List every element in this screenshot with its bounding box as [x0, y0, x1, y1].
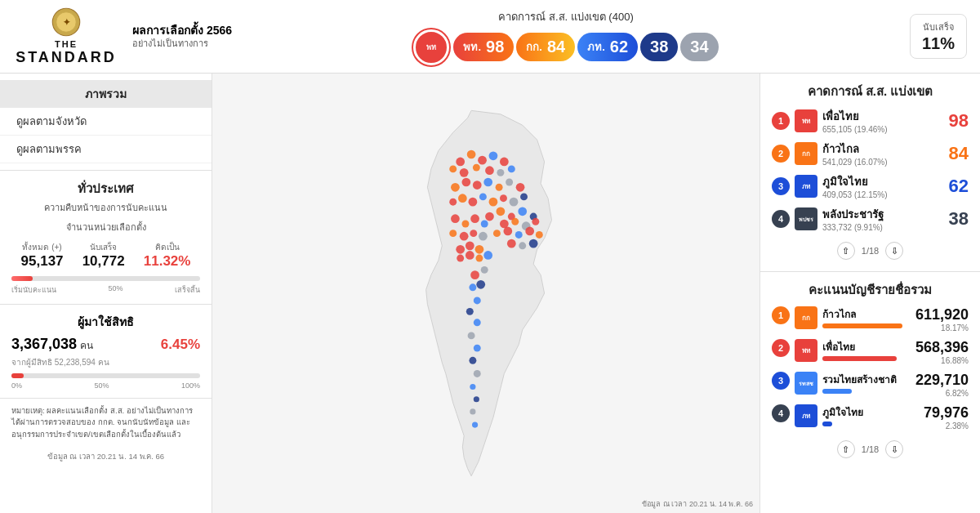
svg-point-56	[475, 245, 484, 254]
rank-row-4: 4 พปชร พลังประชารัฐ 333,732 (9.91%) 38	[772, 206, 969, 232]
prev-page-btn-1[interactable]: ⇧	[837, 242, 855, 260]
voter-0: 0%	[11, 381, 22, 390]
score-pct-1: 18.17%	[911, 323, 969, 332]
score-votes-1: 611,920	[911, 306, 969, 323]
voter-progress-bar	[11, 373, 200, 378]
pheuthai-pill: พท. 98	[453, 33, 514, 61]
score-bar-2	[822, 356, 897, 361]
other-pill: 34	[680, 33, 718, 61]
sidebar-by-province[interactable]: ดูผลตามจังหวัด	[0, 108, 212, 136]
svg-point-62	[481, 266, 488, 274]
svg-point-37	[532, 218, 539, 225]
svg-point-53	[479, 232, 488, 241]
svg-point-13	[497, 169, 504, 176]
rank-num-3: 3	[772, 177, 790, 195]
svg-point-6	[489, 151, 498, 160]
national-subtitle: ความคืบหน้าของการนับคะแนน	[11, 200, 200, 215]
right-panel: คาดการณ์ ส.ส. แบ่งเขต 1 พท เพื่อไทย 655,…	[760, 74, 980, 513]
progress-bar	[11, 276, 200, 281]
svg-point-28	[520, 193, 528, 200]
national-title: ทั่วประเทศ	[11, 179, 200, 199]
svg-point-40	[515, 231, 523, 239]
svg-point-46	[451, 214, 460, 223]
svg-point-72	[470, 384, 475, 390]
page-text-1: 1/18	[862, 246, 879, 256]
total-units-label: ทั้งหมด (+)	[21, 241, 64, 253]
score-info-4: ภูมิใจไทย	[822, 404, 906, 426]
logo-area: ✦ THE STANDARD	[13, 7, 119, 66]
sidebar-by-party[interactable]: ดูผลตามพรรค	[0, 136, 212, 163]
party-info-4: พลังประชารัฐ 333,732 (9.91%)	[822, 206, 944, 232]
svg-point-73	[474, 396, 479, 402]
score-pct-2: 16.88%	[911, 356, 969, 365]
next-page-btn-1[interactable]: ⇩	[885, 242, 903, 260]
map-timestamp: ข้อมูล ณ เวลา 20.21 น. 14 พ.ค. 66	[642, 497, 753, 510]
progress-fill	[11, 276, 33, 281]
svg-point-14	[451, 183, 460, 192]
svg-point-5	[478, 156, 487, 165]
pheuthai-seats: 98	[486, 38, 504, 56]
svg-point-65	[474, 297, 481, 304]
ktk-seats: 84	[547, 38, 565, 56]
units-label: จำนวนหน่วยเลือกตั้ง	[11, 220, 200, 234]
party-seats-2: 84	[949, 143, 969, 164]
voter-sub: จากผู้มีสิทธิ 52,238,594 คน	[11, 356, 200, 368]
svg-text:✦: ✦	[63, 17, 70, 27]
score-info-1: ก้าวไกล	[822, 306, 906, 328]
score-info-3: รวมไทยสร้างชาติ	[822, 372, 906, 394]
pct-complete-label: นับเสร็จ	[922, 20, 955, 34]
party-seats-1: 98	[949, 110, 969, 132]
party-name-3: ภูมิใจไทย	[822, 173, 944, 190]
stats-box: ทั่วประเทศ ความคืบหน้าของการนับคะแนน จำน…	[0, 171, 212, 304]
svg-point-63	[469, 283, 476, 291]
footnote: หมายเหตุ: ผลคะแนนเลือกตั้ง ส.ส. อย่างไม่…	[0, 398, 212, 447]
pagination-2: ⇧ 1/18 ⇩	[772, 437, 969, 462]
svg-point-41	[525, 227, 534, 236]
total-units-value: 95,137	[21, 253, 64, 270]
score-rank-1: 1	[772, 306, 790, 324]
svg-point-55	[466, 241, 474, 250]
score-votes-2: 568,396	[911, 339, 969, 356]
voter-title: ผู้มาใช้สิทธิ	[11, 313, 200, 331]
svg-point-25	[489, 198, 498, 207]
score-votes-3: 229,710	[911, 372, 969, 389]
sidebar-overview[interactable]: ภาพรวม	[0, 80, 212, 108]
reported-value: 10,772	[82, 253, 125, 270]
svg-point-27	[510, 198, 519, 207]
svg-point-16	[473, 181, 482, 190]
next-page-btn-2[interactable]: ⇩	[885, 440, 903, 458]
progress-end: เสร็จสิ้น	[175, 284, 200, 296]
prev-page-btn-2[interactable]: ⇧	[837, 440, 855, 458]
progress-labels: เริ่มนับคะแนน 50% เสร็จสิ้น	[11, 284, 200, 296]
party-info-1: เพื่อไทย 655,105 (19.46%)	[822, 108, 944, 134]
score-pct-4: 2.38%	[911, 422, 969, 430]
party-votes-3: 409,053 (12.15%)	[822, 190, 944, 199]
score-rank-2: 2	[772, 339, 790, 357]
svg-point-18	[496, 184, 503, 191]
voter-box: ผู้มาใช้สิทธิ 3,367,038 คน 6.45% จากผู้ม…	[0, 304, 212, 398]
score-name-3: รวมไทยสร้างชาติ	[822, 372, 906, 387]
score-name-2: เพื่อไทย	[822, 339, 906, 355]
header-title: ผลการเลือกตั้ง 2566	[132, 23, 232, 38]
svg-point-19	[506, 179, 513, 186]
reported-item: นับเสร็จ 10,772	[82, 241, 125, 270]
svg-point-48	[470, 214, 479, 223]
progress-start: เริ่มนับคะแนน	[11, 284, 56, 296]
svg-point-58	[466, 251, 474, 260]
logo-top: THE	[55, 39, 78, 49]
voter-unit: คน	[80, 340, 93, 351]
voter-progress-fill	[11, 373, 24, 378]
svg-point-11	[473, 164, 480, 172]
party-votes-1: 655,105 (19.46%)	[822, 125, 944, 134]
score-pct-3: 6.82%	[911, 389, 969, 398]
panel-title-seats: คาดการณ์ ส.ส. แบ่งเขต	[772, 82, 969, 101]
rank-num-2: 2	[772, 145, 790, 163]
svg-point-66	[466, 308, 474, 315]
party-bar-row: พท พท. 98 กก. 84 ภท. 62 38 34	[413, 29, 718, 65]
svg-point-74	[470, 408, 475, 414]
svg-point-32	[518, 207, 527, 216]
rank-row-1: 1 พท เพื่อไทย 655,105 (19.46%) 98	[772, 108, 969, 134]
score-bar-4	[822, 422, 832, 426]
svg-point-64	[476, 280, 485, 289]
page-text-2: 1/18	[862, 444, 879, 454]
